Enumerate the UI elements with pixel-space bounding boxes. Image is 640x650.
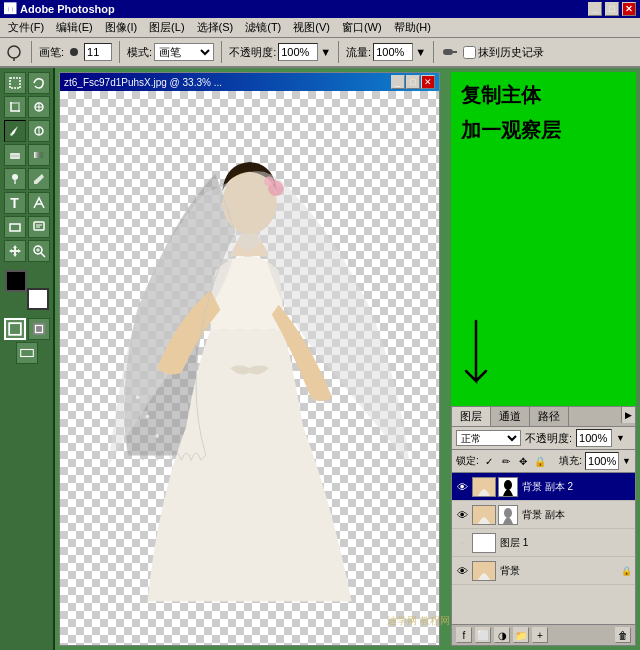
lock-move-icon[interactable]: ✥ [516,454,530,468]
tool-dodge[interactable] [4,168,26,190]
layer-row-layer1[interactable]: · 图层 1 [452,529,635,557]
menu-window[interactable]: 窗口(W) [336,18,388,37]
layers-opacity-arrow[interactable]: ▼ [616,433,625,443]
svg-rect-18 [10,224,20,231]
svg-rect-29 [20,350,33,357]
history-checkbox[interactable] [463,46,476,59]
svg-rect-3 [443,49,453,55]
menu-edit[interactable]: 编辑(E) [50,18,99,37]
tool-marquee-rect[interactable] [4,72,26,94]
opacity-arrow[interactable]: ▼ [320,46,331,58]
layers-group-btn[interactable]: 📁 [513,627,529,643]
flow-arrow[interactable]: ▼ [415,46,426,58]
layers-opacity-input[interactable] [576,429,612,447]
doc-close[interactable]: ✕ [421,75,435,89]
layer-eye-bg-copy2[interactable]: 👁 [454,479,470,495]
menu-view[interactable]: 视图(V) [287,18,336,37]
tool-row-4 [2,144,51,166]
tool-type[interactable]: T [4,192,26,214]
layer-mask-bg-copy2 [498,477,518,497]
background-color[interactable] [27,288,49,310]
layer-row-bg-copy2[interactable]: 👁 背景 副本 2 [452,473,635,501]
tab-channels[interactable]: 通道 [491,407,530,426]
tool-clone[interactable] [28,120,50,142]
toolbar-mode: 模式: 画笔 [127,43,214,61]
fill-label: 填充: [559,454,582,468]
layer-eye-bg[interactable]: 👁 [454,563,470,579]
watermark: 迪学网 教程网 [387,614,450,628]
opacity-input[interactable] [278,43,318,61]
annotation-line2: 加一观察层 [461,117,626,144]
lock-draw-icon[interactable]: ✏ [499,454,513,468]
close-btn[interactable]: ✕ [622,2,636,16]
tool-heal[interactable] [28,96,50,118]
layers-expand-btn[interactable]: ▶ [621,407,635,423]
layer-name-bg: 背景 [498,564,617,578]
tab-paths[interactable]: 路径 [530,407,569,426]
toolbar-history-checkbox[interactable]: 抹到历史记录 [463,45,544,60]
layers-tabs: 图层 通道 路径 ▶ [452,407,635,427]
doc-content [60,91,439,645]
tool-crop[interactable] [4,96,26,118]
menu-layer[interactable]: 图层(L) [143,18,190,37]
tool-quickmask-mode[interactable] [28,318,50,340]
blend-mode-select[interactable]: 正常 [456,430,521,446]
layer-eye-bg-copy[interactable]: 👁 [454,507,470,523]
layers-mask-btn[interactable]: ⬜ [475,627,491,643]
doc-minimize[interactable]: _ [391,75,405,89]
layer-eye-layer1[interactable]: · [454,535,470,551]
layer-lock-icon: 🔒 [619,564,633,578]
canvas-content[interactable] [60,91,439,645]
svg-rect-5 [10,78,20,88]
layer-row-bg-copy[interactable]: 👁 背景 副本 [452,501,635,529]
toolbar: 画笔: 模式: 画笔 不透明度: ▼ 流量: ▼ 抹到历史记录 [0,38,640,68]
opacity-label: 不透明度: [525,431,572,446]
menu-help[interactable]: 帮助(H) [388,18,437,37]
annotation-area: 复制主体 加一观察层 图层 通道 路径 ▶ [451,72,636,646]
layer-row-bg[interactable]: 👁 背景 🔒 [452,557,635,585]
tool-row-8 [2,240,51,262]
svg-rect-16 [14,180,16,184]
layers-fill-arrow[interactable]: ▼ [622,456,631,466]
layers-fx-btn[interactable]: f [456,627,472,643]
tool-normal-mode[interactable] [4,318,26,340]
fg-bg-colors[interactable] [5,270,49,310]
tool-screen-mode[interactable] [16,342,38,364]
tool-eraser[interactable] [4,144,26,166]
menu-select[interactable]: 选择(S) [191,18,240,37]
lock-check-icon[interactable]: ✓ [482,454,496,468]
layer-mask-bg-copy [498,505,518,525]
layers-adj-btn[interactable]: ◑ [494,627,510,643]
svg-point-33 [146,415,150,419]
tool-move[interactable] [4,240,26,262]
title-controls: _ □ ✕ [587,2,636,16]
menu-image[interactable]: 图像(I) [99,18,143,37]
tool-pen[interactable] [28,168,50,190]
menu-file[interactable]: 文件(F) [2,18,50,37]
tool-row-1 [2,72,51,94]
layers-new-btn[interactable]: + [532,627,548,643]
layers-panel-inner: 图层 通道 路径 ▶ 正常 不透明度: ▼ [452,407,635,645]
layer-thumb-bg-copy2 [472,477,496,497]
minimize-btn[interactable]: _ [588,2,602,16]
tool-shape[interactable] [4,216,26,238]
maximize-btn[interactable]: □ [605,2,619,16]
tool-zoom[interactable] [28,240,50,262]
flow-input[interactable] [373,43,413,61]
tool-brush[interactable] [4,120,26,142]
lock-all-icon[interactable]: 🔒 [533,454,547,468]
menu-filter[interactable]: 滤镜(T) [239,18,287,37]
menu-bar: 文件(F) 编辑(E) 图像(I) 图层(L) 选择(S) 滤镜(T) 视图(V… [0,18,640,38]
doc-maximize[interactable]: □ [406,75,420,89]
tool-path-select[interactable] [28,192,50,214]
tool-marquee-lasso[interactable] [28,72,50,94]
layers-delete-btn[interactable]: 🗑 [615,627,631,643]
svg-point-38 [504,480,512,490]
tool-gradient[interactable] [28,144,50,166]
layers-fill-input[interactable] [585,452,619,470]
mode-select[interactable]: 画笔 [154,43,214,61]
tab-layers[interactable]: 图层 [452,407,491,426]
brush-size-input[interactable] [84,43,112,61]
foreground-color[interactable] [5,270,27,292]
tool-notes[interactable] [28,216,50,238]
